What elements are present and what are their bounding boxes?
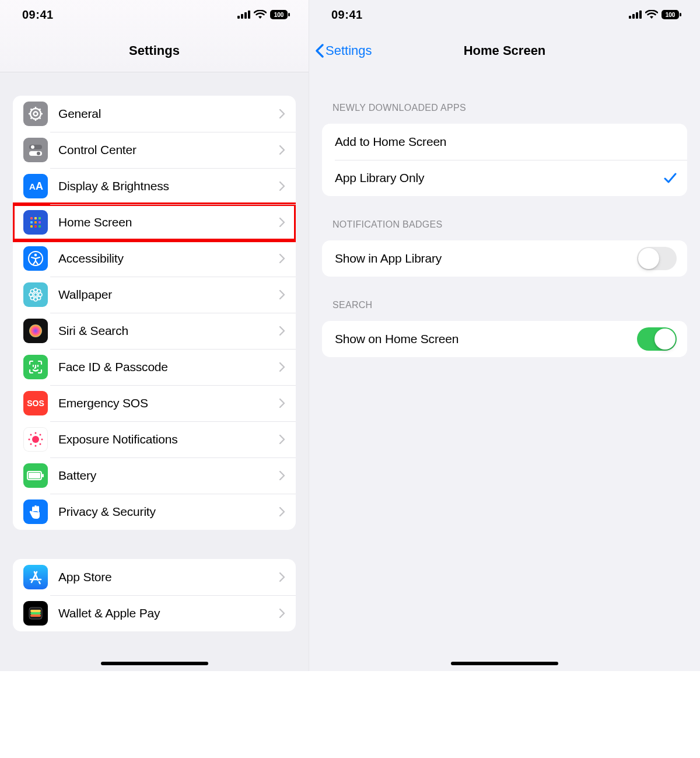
section-header: NEWLY DOWNLOADED APPS	[332, 103, 677, 113]
row-label: Battery	[58, 469, 279, 483]
section-newly-downloaded: Add to Home Screen App Library Only	[322, 124, 687, 196]
chevron-right-icon	[279, 609, 285, 618]
svg-text:SOS: SOS	[27, 399, 44, 408]
svg-point-39	[30, 289, 34, 293]
settings-row-siri-search[interactable]: Siri & Search	[13, 313, 296, 349]
toggle-show-in-app-library[interactable]: Show in App Library	[322, 240, 687, 277]
svg-text:100: 100	[666, 12, 676, 18]
chevron-right-icon	[279, 290, 285, 299]
siri-icon	[23, 319, 48, 343]
svg-rect-31	[38, 225, 41, 228]
faceid-icon	[23, 355, 48, 379]
row-label: Wallet & Apple Pay	[58, 606, 279, 620]
row-label: Show in App Library	[335, 251, 637, 266]
svg-point-40	[37, 289, 41, 293]
svg-rect-5	[288, 13, 290, 16]
svg-point-51	[41, 439, 43, 441]
settings-row-wallpaper[interactable]: Wallpaper	[13, 277, 296, 313]
battery-icon	[23, 463, 48, 488]
svg-point-41	[30, 296, 34, 300]
svg-point-47	[32, 436, 39, 443]
wifi-icon	[254, 10, 267, 19]
settings-row-home-screen[interactable]: Home Screen	[13, 204, 296, 240]
cellular-icon	[237, 11, 250, 19]
settings-group-general: General Control Center AA Display & Brig…	[13, 96, 296, 530]
svg-point-55	[40, 443, 41, 445]
section-search: Show on Home Screen	[322, 321, 687, 357]
row-label: Face ID & Passcode	[58, 360, 279, 374]
sos-icon: SOS	[23, 391, 48, 415]
svg-point-53	[40, 434, 41, 436]
back-label: Settings	[326, 43, 372, 58]
svg-text:A: A	[36, 180, 43, 192]
svg-rect-1	[241, 14, 243, 19]
row-label: App Library Only	[335, 171, 664, 185]
hand-icon	[23, 499, 48, 524]
svg-point-52	[30, 434, 32, 436]
toggle-show-on-home-screen[interactable]: Show on Home Screen	[322, 321, 687, 357]
settings-row-emergency-sos[interactable]: SOS Emergency SOS	[13, 385, 296, 421]
chevron-right-icon	[279, 218, 285, 227]
svg-point-43	[29, 324, 42, 337]
aa-icon: AA	[23, 174, 48, 198]
settings-row-general[interactable]: General	[13, 96, 296, 132]
settings-row-battery[interactable]: Battery	[13, 457, 296, 494]
svg-point-18	[31, 145, 34, 149]
svg-point-42	[37, 296, 41, 300]
svg-rect-71	[639, 11, 642, 19]
settings-row-faceid-passcode[interactable]: Face ID & Passcode	[13, 349, 296, 385]
settings-row-wallet-apple-pay[interactable]: Wallet & Apple Pay	[13, 595, 296, 631]
switches-icon	[23, 138, 48, 162]
grid-icon	[23, 210, 48, 235]
chevron-right-icon	[279, 181, 285, 191]
settings-row-exposure-notifications[interactable]: Exposure Notifications	[13, 421, 296, 457]
svg-rect-58	[42, 474, 44, 477]
back-button[interactable]: Settings	[309, 43, 372, 58]
wallet-icon	[23, 601, 48, 626]
settings-row-app-store[interactable]: App Store	[13, 559, 296, 595]
option-app-library-only[interactable]: App Library Only	[322, 160, 687, 196]
checkmark-icon	[664, 172, 677, 184]
svg-text:A: A	[29, 181, 36, 191]
settings-row-display-brightness[interactable]: AA Display & Brightness	[13, 168, 296, 204]
svg-rect-70	[636, 12, 638, 19]
row-label: Show on Home Screen	[335, 332, 637, 346]
row-label: Wallpaper	[58, 288, 279, 302]
settings-screen: 09:41 100 Settings General Control Cente…	[0, 0, 309, 671]
svg-point-50	[29, 439, 30, 441]
svg-text:100: 100	[274, 12, 284, 18]
toggle-switch[interactable]	[637, 247, 677, 270]
option-add-to-home-screen[interactable]: Add to Home Screen	[322, 124, 687, 160]
svg-rect-24	[34, 217, 37, 219]
row-label: Control Center	[58, 143, 279, 157]
home-nav-header: Settings Home Screen	[309, 29, 700, 72]
svg-rect-0	[237, 16, 240, 19]
settings-row-privacy-security[interactable]: Privacy & Security	[13, 494, 296, 530]
toggle-switch[interactable]	[637, 327, 677, 351]
battery-icon: 100	[270, 10, 290, 19]
svg-rect-25	[38, 217, 41, 219]
svg-rect-29	[30, 225, 33, 228]
status-time: 09:41	[22, 8, 54, 22]
svg-line-63	[39, 582, 40, 584]
settings-row-control-center[interactable]: Control Center	[13, 132, 296, 168]
row-label: Add to Home Screen	[335, 135, 677, 149]
svg-point-54	[30, 443, 32, 445]
chevron-right-icon	[279, 362, 285, 372]
flower-icon	[23, 282, 48, 307]
chevron-right-icon	[279, 507, 285, 516]
row-label: Accessibility	[58, 251, 279, 266]
svg-point-20	[37, 152, 40, 155]
status-indicators: 100	[237, 10, 290, 19]
svg-rect-57	[29, 473, 40, 478]
cellular-icon	[629, 11, 642, 19]
settings-row-accessibility[interactable]: Accessibility	[13, 240, 296, 277]
row-label: Emergency SOS	[58, 396, 279, 410]
svg-rect-3	[248, 11, 250, 19]
section-header: SEARCH	[332, 300, 677, 310]
svg-rect-26	[30, 221, 33, 223]
svg-rect-66	[30, 612, 41, 614]
home-screen-settings: 09:41 100 Settings Home Screen NEWLY DOW…	[309, 0, 700, 671]
chevron-right-icon	[279, 254, 285, 263]
home-indicator	[451, 662, 558, 665]
